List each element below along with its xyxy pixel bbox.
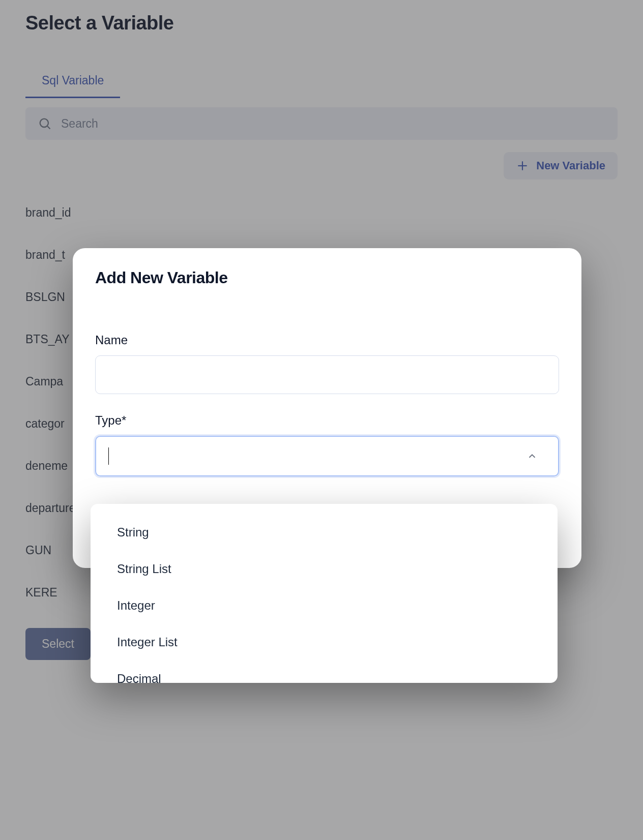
dropdown-inner: String String List Integer Integer List … [105, 514, 543, 683]
text-cursor [108, 447, 109, 465]
type-select[interactable] [95, 436, 559, 476]
type-dropdown: String String List Integer Integer List … [91, 504, 558, 683]
dropdown-option[interactable]: Integer [105, 587, 543, 624]
modal-title: Add New Variable [95, 268, 559, 287]
name-input[interactable] [95, 355, 559, 394]
type-label: Type* [95, 413, 559, 428]
dropdown-option[interactable]: String List [105, 551, 543, 587]
name-label: Name [95, 333, 559, 347]
dropdown-option[interactable]: Decimal [105, 661, 543, 683]
dropdown-option[interactable]: Integer List [105, 624, 543, 661]
dropdown-option[interactable]: String [105, 514, 543, 551]
chevron-up-icon [527, 451, 538, 462]
